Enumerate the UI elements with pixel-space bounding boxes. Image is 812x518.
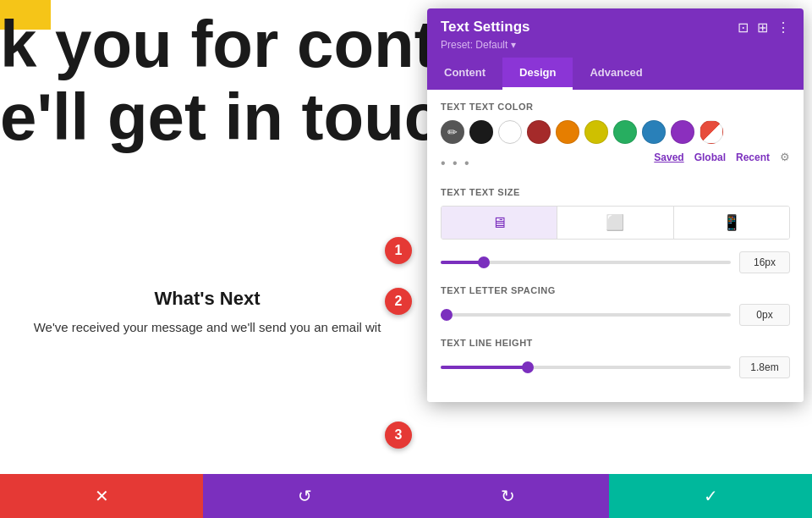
color-tabs-row: Saved Global Recent ⚙	[654, 151, 790, 163]
letter-spacing-value[interactable]	[739, 304, 790, 326]
letter-spacing-thumb[interactable]	[441, 309, 453, 321]
size-slider-row	[441, 251, 790, 273]
tab-advanced[interactable]: Advanced	[573, 58, 659, 90]
color-section-label: Text Text Color	[441, 102, 790, 112]
preset-selector[interactable]: Preset: Default ▾	[441, 39, 790, 51]
whats-next-body: We've received your message and we'll se…	[17, 320, 398, 334]
device-tab-mobile[interactable]: 📱	[674, 207, 789, 239]
undo-button[interactable]: ↺	[203, 474, 406, 518]
panel-title-row: Text Settings ⊡ ⊞ ⋮	[441, 19, 790, 36]
color-settings-gear-icon[interactable]: ⚙	[780, 151, 790, 163]
save-button[interactable]: ✓	[609, 474, 812, 518]
color-tab-recent[interactable]: Recent	[736, 152, 770, 163]
redo-button[interactable]: ↻	[406, 474, 609, 518]
color-swatch-green[interactable]	[613, 120, 637, 144]
line-height-row	[441, 356, 790, 378]
undo-icon: ↺	[298, 486, 312, 506]
panel-tabs: Content Design Advanced	[427, 58, 804, 90]
letter-spacing-row	[441, 304, 790, 326]
color-swatch-gradient[interactable]	[700, 120, 723, 144]
color-swatch-purple[interactable]	[671, 120, 694, 144]
tab-design[interactable]: Design	[502, 58, 573, 90]
line-height-label: Text Line Height	[441, 338, 790, 348]
line-height-value[interactable]	[739, 356, 790, 378]
color-tab-global[interactable]: Global	[694, 152, 726, 163]
badge-1: 1	[385, 237, 412, 264]
expand-icon[interactable]: ⊞	[757, 19, 768, 36]
badge-2: 2	[385, 288, 412, 315]
minimize-icon[interactable]: ⊡	[738, 19, 749, 36]
panel-header: Text Settings ⊡ ⊞ ⋮ Preset: Default ▾	[427, 8, 804, 58]
whats-next-section: What's Next We've received your message …	[17, 288, 398, 334]
more-colors-dots[interactable]: • • •	[441, 156, 471, 171]
size-slider-value[interactable]	[739, 251, 790, 273]
color-swatch-yellow[interactable]	[584, 120, 608, 144]
action-bar: ✕ ↺ ↻ ✓	[0, 474, 812, 518]
hero-text: k you for cont e'll get in touc	[0, 8, 441, 154]
size-slider-thumb[interactable]	[478, 256, 490, 268]
mobile-icon: 📱	[722, 213, 741, 232]
cancel-icon: ✕	[95, 486, 109, 506]
panel-body: Text Text Color ✏ • • • Saved Global Rec…	[427, 90, 804, 402]
size-slider-track[interactable]	[441, 261, 731, 264]
letter-spacing-label: Text Letter Spacing	[441, 285, 790, 295]
line-height-fill	[441, 366, 528, 369]
device-tabs: 🖥 ⬜ 📱	[441, 206, 790, 240]
device-tab-desktop[interactable]: 🖥	[442, 207, 557, 239]
tab-content[interactable]: Content	[427, 58, 502, 90]
line-height-thumb[interactable]	[522, 361, 534, 373]
panel-title: Text Settings	[441, 19, 529, 36]
color-swatches-row: ✏	[441, 120, 790, 144]
size-section-label: Text Text Size	[441, 187, 790, 197]
color-swatch-blue[interactable]	[642, 120, 666, 144]
save-icon: ✓	[704, 486, 718, 506]
text-settings-panel: Text Settings ⊡ ⊞ ⋮ Preset: Default ▾ Co…	[427, 8, 804, 402]
letter-spacing-track[interactable]	[441, 313, 731, 317]
color-swatch-white[interactable]	[498, 120, 522, 144]
badge-3: 3	[385, 422, 412, 449]
color-picker-button[interactable]: ✏	[441, 120, 464, 144]
whats-next-title: What's Next	[17, 288, 398, 310]
panel-header-icons: ⊡ ⊞ ⋮	[738, 19, 790, 36]
desktop-icon: 🖥	[491, 214, 507, 232]
device-tab-tablet[interactable]: ⬜	[557, 207, 673, 239]
redo-icon: ↻	[501, 486, 515, 506]
tablet-icon: ⬜	[606, 213, 624, 232]
line-height-track[interactable]	[441, 366, 731, 369]
color-swatch-brown[interactable]	[527, 120, 551, 144]
more-options-icon[interactable]: ⋮	[776, 19, 790, 36]
color-swatch-orange[interactable]	[556, 120, 579, 144]
cancel-button[interactable]: ✕	[0, 474, 203, 518]
text-size-section: Text Text Size 🖥 ⬜ 📱	[441, 187, 790, 240]
color-swatch-black[interactable]	[469, 120, 493, 144]
color-tab-saved[interactable]: Saved	[654, 152, 683, 163]
